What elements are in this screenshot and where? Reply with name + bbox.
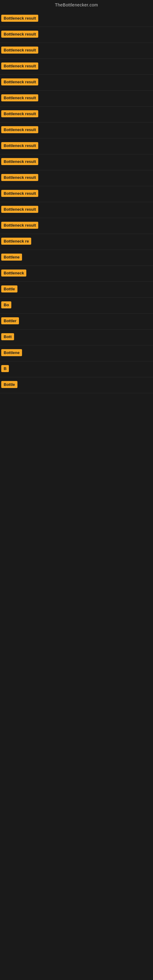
result-row-24: Bottle — [0, 377, 153, 393]
bottleneck-badge-15[interactable]: Bottleneck re — [1, 238, 31, 245]
result-row-8: Bottleneck result — [0, 123, 153, 138]
bottleneck-badge-17[interactable]: Bottleneck — [1, 269, 26, 277]
bottleneck-badge-22[interactable]: Bottlene — [1, 349, 22, 356]
result-row-10: Bottleneck result — [0, 154, 153, 170]
result-row-16: Bottlene — [0, 250, 153, 266]
result-row-21: Bott — [0, 329, 153, 345]
bottleneck-badge-16[interactable]: Bottlene — [1, 254, 22, 261]
bottleneck-badge-18[interactable]: Bottle — [1, 285, 18, 293]
bottleneck-badge-23[interactable]: B — [1, 365, 9, 372]
bottleneck-badge-10[interactable]: Bottleneck result — [1, 158, 38, 165]
bottleneck-badge-19[interactable]: Bo — [1, 301, 11, 309]
bottleneck-badge-24[interactable]: Bottle — [1, 381, 18, 388]
result-row-19: Bo — [0, 298, 153, 313]
result-row-20: Bottler — [0, 313, 153, 329]
bottleneck-badge-3[interactable]: Bottleneck result — [1, 46, 38, 54]
result-row-18: Bottle — [0, 282, 153, 298]
bottleneck-badge-14[interactable]: Bottleneck result — [1, 222, 38, 229]
result-row-3: Bottleneck result — [0, 43, 153, 59]
result-row-5: Bottleneck result — [0, 75, 153, 91]
bottleneck-badge-9[interactable]: Bottleneck result — [1, 142, 38, 149]
site-title: TheBottlenecker.com — [55, 2, 98, 7]
result-row-13: Bottleneck result — [0, 202, 153, 218]
bottleneck-badge-4[interactable]: Bottleneck result — [1, 62, 38, 70]
result-row-14: Bottleneck result — [0, 218, 153, 234]
result-row-9: Bottleneck result — [0, 138, 153, 154]
result-row-7: Bottleneck result — [0, 107, 153, 123]
bottleneck-badge-21[interactable]: Bott — [1, 333, 14, 340]
result-row-15: Bottleneck re — [0, 234, 153, 250]
result-row-11: Bottleneck result — [0, 170, 153, 186]
result-row-22: Bottlene — [0, 345, 153, 361]
result-row-1: Bottleneck result — [0, 11, 153, 27]
bottleneck-badge-11[interactable]: Bottleneck result — [1, 174, 38, 181]
bottleneck-badge-20[interactable]: Bottler — [1, 317, 19, 324]
bottleneck-badge-13[interactable]: Bottleneck result — [1, 206, 38, 213]
bottleneck-badge-7[interactable]: Bottleneck result — [1, 110, 38, 117]
result-row-2: Bottleneck result — [0, 27, 153, 43]
bottleneck-badge-6[interactable]: Bottleneck result — [1, 94, 38, 101]
bottleneck-badge-2[interactable]: Bottleneck result — [1, 30, 38, 38]
result-row-12: Bottleneck result — [0, 186, 153, 202]
site-header: TheBottlenecker.com — [0, 0, 153, 11]
results-list: Bottleneck resultBottleneck resultBottle… — [0, 11, 153, 393]
result-row-17: Bottleneck — [0, 266, 153, 282]
bottleneck-badge-12[interactable]: Bottleneck result — [1, 190, 38, 197]
result-row-23: B — [0, 361, 153, 377]
bottleneck-badge-5[interactable]: Bottleneck result — [1, 78, 38, 86]
bottleneck-badge-1[interactable]: Bottleneck result — [1, 15, 38, 22]
result-row-6: Bottleneck result — [0, 91, 153, 107]
result-row-4: Bottleneck result — [0, 59, 153, 75]
bottleneck-badge-8[interactable]: Bottleneck result — [1, 126, 38, 133]
